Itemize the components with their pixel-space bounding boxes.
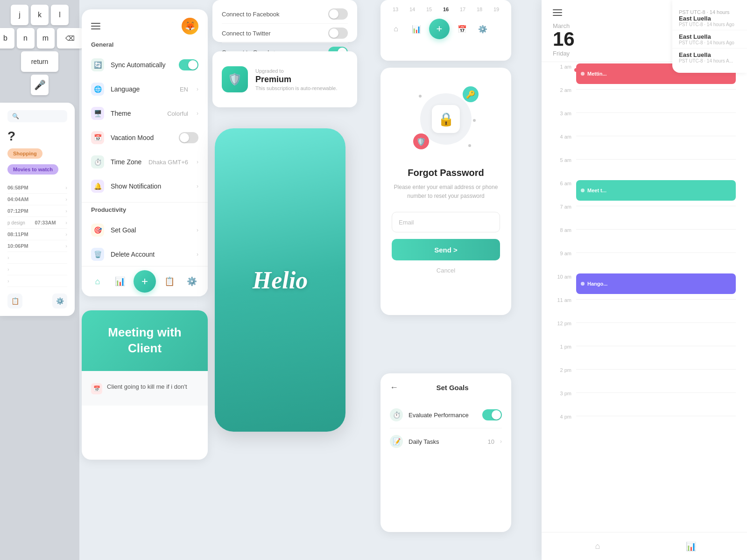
time-label-12pm: 12 pm bbox=[553, 319, 571, 326]
key-j[interactable]: j bbox=[11, 5, 28, 25]
time-slot-10am: 10 am Hango... bbox=[553, 272, 736, 295]
key-l[interactable]: l bbox=[51, 5, 69, 25]
vacation-toggle[interactable] bbox=[179, 132, 198, 143]
cal-add-btn[interactable]: + bbox=[429, 19, 450, 39]
cal-settings-btn[interactable]: ⚙️ bbox=[475, 21, 491, 37]
tasks-icon: 📝 bbox=[390, 435, 403, 448]
key-badge: 🔑 bbox=[463, 86, 479, 102]
time-slot-3pm: 3 pm bbox=[553, 389, 736, 412]
time-item-7[interactable]: › bbox=[7, 252, 67, 264]
lock-illustration: 🔑 🔒 🛡️ bbox=[409, 82, 483, 156]
event-meet2[interactable]: Meet t... bbox=[576, 180, 736, 201]
time-item-4[interactable]: p design 07:33AM › bbox=[7, 217, 67, 229]
notification-icon: 🔔 bbox=[91, 180, 104, 193]
nav-settings[interactable]: ⚙️ bbox=[183, 273, 201, 290]
forgot-title: Forgot Password bbox=[408, 168, 484, 178]
secondary-bottom-settings[interactable]: ⚙️ bbox=[52, 294, 67, 308]
cal-cal-btn[interactable]: 📅 bbox=[454, 21, 470, 37]
event-hangout[interactable]: Hango... bbox=[576, 273, 736, 294]
time-label-1pm: 1 pm bbox=[553, 342, 571, 350]
goals-back-btn[interactable]: ← bbox=[390, 383, 398, 392]
cal-home-btn[interactable]: ⌂ bbox=[388, 21, 404, 37]
key-backspace[interactable]: ⌫ bbox=[57, 28, 83, 49]
helio-app-screen: Helio bbox=[215, 128, 345, 432]
dot-3 bbox=[468, 144, 471, 147]
key-m[interactable]: m bbox=[37, 28, 55, 49]
settings-item-language[interactable]: 🌐 Language EN › bbox=[82, 77, 208, 101]
hamburger-icon[interactable] bbox=[91, 23, 100, 29]
time-item-8[interactable]: › bbox=[7, 264, 67, 275]
sched-nav-chart[interactable]: 📊 bbox=[682, 538, 700, 555]
key-k[interactable]: k bbox=[31, 5, 49, 25]
cal-date-18: 18 bbox=[472, 7, 487, 12]
tz-item-3: East Luella PST UTC-8 · 14 hours A... bbox=[672, 49, 747, 66]
time-line-7am bbox=[576, 206, 736, 206]
premium-title: Premium bbox=[255, 75, 337, 84]
time-item-2[interactable]: 04:04AM › bbox=[7, 194, 67, 205]
cal-date-16: 16 bbox=[438, 7, 453, 12]
nav-doc[interactable]: 📋 bbox=[161, 273, 178, 290]
settings-item-notification[interactable]: 🔔 Show Notification › bbox=[82, 174, 208, 198]
key-b[interactable]: b bbox=[0, 28, 14, 49]
user-avatar[interactable]: 🦊 bbox=[182, 18, 198, 35]
meeting-card-header: Meeting with Client bbox=[82, 310, 208, 371]
cal-chart-btn[interactable]: 📊 bbox=[409, 21, 424, 37]
helio-logo: Helio bbox=[253, 266, 308, 294]
event-dot-2 bbox=[581, 189, 585, 192]
facebook-toggle[interactable] bbox=[328, 8, 348, 20]
email-input[interactable] bbox=[392, 212, 500, 232]
nav-chart[interactable]: 📊 bbox=[111, 273, 129, 290]
secondary-bottom-calendar[interactable]: 📋 bbox=[7, 294, 22, 308]
cancel-link[interactable]: Cancel bbox=[437, 267, 455, 274]
key-mic[interactable]: 🎤 bbox=[31, 75, 49, 95]
cal-dates-row: 13 14 15 16 17 18 19 bbox=[388, 7, 504, 12]
send-button[interactable]: Send > bbox=[392, 239, 500, 260]
nav-home[interactable]: ⌂ bbox=[89, 273, 106, 290]
time-item-6[interactable]: 10:06PM › bbox=[7, 240, 67, 252]
settings-item-sync[interactable]: 🔄 Sync Automatically bbox=[82, 53, 208, 77]
time-item-1[interactable]: 06:58PM › bbox=[7, 182, 67, 194]
tz-name-1: East Luella bbox=[679, 15, 740, 22]
time-line-3pm bbox=[576, 392, 736, 393]
settings-item-timezone[interactable]: ⏱️ Time Zone Dhaka GMT+6 › bbox=[82, 150, 208, 174]
time-item-5[interactable]: 08:11PM › bbox=[7, 229, 67, 240]
settings-item-vacation[interactable]: 📅 Vacation Mood bbox=[82, 126, 208, 150]
tag-movies[interactable]: Movies to watch bbox=[7, 164, 58, 175]
delete-label: Delete Account bbox=[111, 251, 190, 258]
social-item-twitter: Connect to Twitter bbox=[222, 24, 348, 43]
time-slot-12pm: 12 pm bbox=[553, 319, 736, 342]
tag-shopping[interactable]: Shopping bbox=[7, 148, 42, 159]
time-line-12pm bbox=[576, 322, 736, 323]
time-label-2am: 2 am bbox=[553, 85, 571, 93]
key-return[interactable]: return bbox=[21, 51, 58, 72]
time-item-9[interactable]: › bbox=[7, 275, 67, 287]
time-item-3[interactable]: 07:12PM › bbox=[7, 205, 67, 217]
twitter-toggle[interactable] bbox=[328, 28, 348, 39]
settings-header: 🦊 bbox=[82, 9, 208, 41]
search-bar[interactable]: 🔍 bbox=[7, 110, 67, 122]
nav-add[interactable]: + bbox=[134, 270, 156, 293]
time-label-3am: 3 am bbox=[553, 109, 571, 116]
settings-item-delete[interactable]: 🗑️ Delete Account › bbox=[82, 242, 208, 266]
cal-date-15: 15 bbox=[422, 7, 437, 12]
time-line-2am bbox=[576, 89, 736, 90]
settings-item-goal[interactable]: 🎯 Set Goal › bbox=[82, 218, 208, 242]
language-label: Language bbox=[111, 85, 173, 93]
time-line-5am bbox=[576, 159, 736, 160]
sync-toggle[interactable] bbox=[179, 59, 198, 70]
time-slot-9am: 9 am bbox=[553, 249, 736, 272]
language-icon: 🌐 bbox=[91, 83, 104, 96]
settings-bottom-nav: ⌂ 📊 + 📋 ⚙️ bbox=[82, 266, 208, 296]
evaluate-toggle[interactable] bbox=[482, 409, 502, 420]
key-n[interactable]: n bbox=[17, 28, 35, 49]
time-arrow-9: › bbox=[7, 278, 9, 284]
goal-evaluate: ⏱️ Evaluate Performance bbox=[390, 402, 502, 428]
event-label-3: Hango... bbox=[587, 281, 607, 287]
meeting-card-body: 📅 Client going to kill me if i don't bbox=[82, 371, 208, 406]
time-arrow-6: › bbox=[65, 243, 67, 249]
settings-item-theme[interactable]: 🖥️ Theme Colorful › bbox=[82, 101, 208, 126]
time-arrow-4: › bbox=[65, 220, 67, 225]
keyboard-row-1: j k l bbox=[11, 5, 69, 25]
sched-nav-home[interactable]: ⌂ bbox=[589, 538, 606, 555]
premium-info: Upgraded to Premium This subscription is… bbox=[255, 68, 337, 91]
